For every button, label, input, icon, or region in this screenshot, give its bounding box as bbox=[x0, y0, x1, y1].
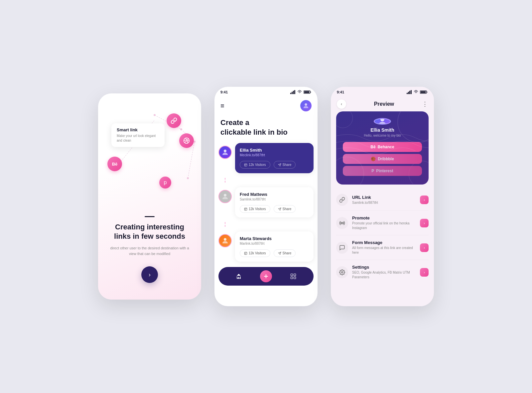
back-button[interactable]: ‹ bbox=[337, 99, 346, 109]
arrow-icon: › bbox=[149, 271, 151, 278]
smart-link-subtitle: Make your url look elegant and clean bbox=[117, 134, 159, 143]
wifi-icon bbox=[297, 90, 302, 94]
svg-rect-31 bbox=[291, 274, 293, 276]
svg-rect-38 bbox=[411, 90, 412, 94]
link-item-2: Fred Mattews Samlink.to/887tfrt 12k Visi… bbox=[218, 187, 314, 217]
form-message-title: Form Message bbox=[352, 240, 416, 245]
link-item-1: Ellia Smith Meclink.to/887tfrt 12k Visit… bbox=[218, 143, 314, 173]
link-stats-3: 12k Visitors Share bbox=[240, 249, 309, 257]
phone2-heading: Create a clickable link in bio bbox=[220, 118, 312, 137]
link-item-3: Marta Stewards Marlink.to/887tfrt 12k Vi… bbox=[218, 231, 314, 262]
signal-icon bbox=[290, 90, 296, 94]
more-options-button[interactable]: ⋮ bbox=[422, 100, 428, 108]
svg-rect-36 bbox=[408, 92, 409, 94]
promote-info: Promote Promote your official link on th… bbox=[352, 215, 416, 230]
url-link-arrow[interactable]: › bbox=[420, 196, 429, 204]
svg-rect-37 bbox=[409, 91, 410, 94]
link-stats-2: 12k Visitors Share bbox=[240, 205, 309, 213]
link-avatar-1 bbox=[218, 146, 232, 159]
svg-rect-11 bbox=[292, 92, 293, 94]
grid-nav-btn[interactable] bbox=[287, 270, 299, 282]
status-icons-2 bbox=[290, 90, 312, 94]
share-btn-2[interactable]: Share bbox=[274, 205, 296, 213]
pinterest-link-btn[interactable]: P Pinterest bbox=[343, 166, 422, 176]
svg-point-21 bbox=[224, 194, 226, 196]
svg-rect-15 bbox=[304, 91, 310, 93]
settings-form-message[interactable]: Form Message All form messages at this l… bbox=[336, 235, 429, 260]
form-message-subtitle: All form messages at this link are creat… bbox=[352, 246, 416, 255]
cta-button[interactable]: › bbox=[141, 266, 158, 283]
link-card-1[interactable]: Ellia Smith Meclink.to/887tfrt 12k Visit… bbox=[235, 143, 314, 173]
link-avatar-2 bbox=[218, 190, 232, 203]
bottom-nav bbox=[218, 267, 314, 286]
link-card-2[interactable]: Fred Mattews Samlink.to/887tfrt 12k Visi… bbox=[235, 187, 314, 217]
settings-main-arrow[interactable]: › bbox=[420, 268, 429, 277]
link-bubble bbox=[167, 113, 181, 128]
svg-point-17 bbox=[224, 150, 226, 152]
promote-arrow[interactable]: › bbox=[420, 219, 429, 227]
menu-icon[interactable]: ≡ bbox=[220, 102, 224, 110]
visitors-btn-1[interactable]: 12k Visitors bbox=[240, 161, 270, 169]
svg-point-25 bbox=[224, 238, 226, 241]
svg-point-5 bbox=[154, 114, 156, 116]
share-btn-3[interactable]: Share bbox=[274, 249, 296, 257]
onboarding-text: Creating interesting links in few second… bbox=[98, 216, 201, 257]
pinterest-icon: P bbox=[371, 169, 374, 173]
preview-card: Ellia Smith Hello, welcome to my bio Bē … bbox=[336, 111, 429, 185]
time-3: 9:41 bbox=[337, 90, 344, 94]
settings-url-link[interactable]: URL Link Samlink.to/887tfrt › bbox=[336, 189, 429, 211]
settings-gear-icon bbox=[336, 266, 348, 278]
dribbble-link-btn[interactable]: 🏀 Dribbble bbox=[343, 154, 422, 164]
link-name-3: Marta Stewards bbox=[240, 236, 309, 241]
promote-subtitle: Promote your official link on the heroka… bbox=[352, 221, 416, 230]
settings-main[interactable]: Settings SEO, Google Analytics, FB Matri… bbox=[336, 260, 429, 284]
add-nav-btn[interactable] bbox=[260, 270, 272, 282]
phone-onboarding: Smart link Make your url look elegant an… bbox=[98, 93, 201, 300]
settings-promote[interactable]: Promote Promote your official link on th… bbox=[336, 211, 429, 235]
promote-icon bbox=[336, 217, 348, 229]
link-url-1: Meclink.to/887tfrt bbox=[240, 153, 309, 157]
link-url-3: Marlink.to/887tfrt bbox=[240, 242, 309, 245]
settings-main-subtitle: SEO, Google Analytics, FB Matrix UTM Par… bbox=[352, 270, 416, 280]
preview-title: Preview bbox=[374, 101, 394, 107]
onboarding-description: direct other user to the desired destina… bbox=[108, 245, 191, 257]
home-nav-btn[interactable] bbox=[233, 270, 245, 282]
share-btn-1[interactable]: Share bbox=[274, 161, 296, 169]
phone-preview: 9:41 bbox=[331, 87, 434, 306]
svg-rect-12 bbox=[293, 91, 294, 94]
svg-rect-32 bbox=[294, 274, 296, 276]
dribbble-bubble bbox=[179, 133, 194, 148]
svg-rect-35 bbox=[407, 93, 408, 94]
link-stats-1: 12k Visitors Share bbox=[240, 161, 309, 169]
svg-point-8 bbox=[187, 177, 189, 179]
signal-icon-3 bbox=[407, 90, 412, 94]
svg-point-4 bbox=[180, 128, 182, 130]
form-message-icon bbox=[336, 242, 348, 254]
svg-rect-33 bbox=[291, 277, 293, 279]
svg-point-44 bbox=[341, 222, 343, 224]
url-link-icon bbox=[336, 194, 348, 206]
onboarding-content: Smart link Make your url look elegant an… bbox=[98, 93, 201, 300]
link-avatar-3 bbox=[218, 234, 232, 247]
svg-point-45 bbox=[341, 271, 343, 273]
status-icons-3 bbox=[407, 90, 428, 94]
visitors-btn-2[interactable]: 12k Visitors bbox=[240, 205, 270, 213]
user-avatar[interactable] bbox=[300, 100, 312, 111]
form-message-arrow[interactable]: › bbox=[420, 243, 429, 252]
preview-header: ‹ Preview ⋮ bbox=[331, 95, 434, 111]
form-message-info: Form Message All form messages at this l… bbox=[352, 240, 416, 255]
url-link-info: URL Link Samlink.to/887tfrt bbox=[352, 195, 416, 205]
url-link-title: URL Link bbox=[352, 195, 416, 200]
svg-rect-18 bbox=[244, 164, 247, 166]
url-link-subtitle: Samlink.to/887tfrt bbox=[352, 200, 416, 205]
smart-link-card: Smart link Make your url look elegant an… bbox=[111, 123, 165, 147]
link-url-2: Samlink.to/887tfrt bbox=[240, 197, 309, 201]
link-name-1: Ellia Smith bbox=[240, 148, 309, 153]
screens-container: Smart link Make your url look elegant an… bbox=[98, 87, 434, 306]
pinterest-bubble: p bbox=[159, 177, 171, 189]
link-card-3[interactable]: Marta Stewards Marlink.to/887tfrt 12k Vi… bbox=[235, 231, 314, 262]
visitors-btn-3[interactable]: 12k Visitors bbox=[240, 249, 270, 257]
svg-rect-13 bbox=[294, 90, 295, 94]
settings-list: URL Link Samlink.to/887tfrt › Promote Pr… bbox=[331, 185, 434, 289]
promote-title: Promote bbox=[352, 215, 416, 220]
